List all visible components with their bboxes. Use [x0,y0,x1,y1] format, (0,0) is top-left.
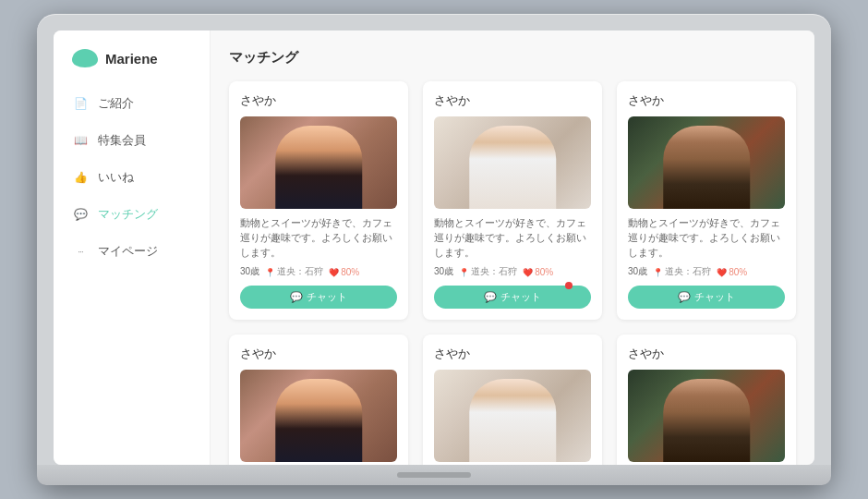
star-icon [72,132,89,149]
chat-btn-icon-2 [484,291,497,303]
profile-meta-3: 30歳 道央：石狩 80% [628,265,785,278]
profile-location-2: 道央：石狩 [459,265,517,278]
sidebar-item-likes[interactable]: いいね [54,160,210,195]
sidebar-label-featured: 特集会員 [98,132,146,149]
profile-card-6: さやか 動物とスイーツが好きで、カフェ巡り [617,335,796,465]
profile-name-3: さやか [628,92,785,109]
doc-icon [72,95,89,112]
laptop-base [37,465,831,485]
profile-location-1: 道央：石狩 [265,265,323,278]
profile-grid: さやか 動物とスイーツが好きで、カフェ巡りが趣味です。よろしくお願いします。 3… [229,81,796,465]
profile-card-5: さやか 動物とスイーツが好きで、カフェ巡り [423,335,602,465]
sidebar-logo: Mariene [54,49,210,86]
profile-match-3: 80% [717,267,747,277]
pin-icon-1 [265,267,275,277]
heart-icon-3 [717,267,727,277]
profile-card-1: さやか 動物とスイーツが好きで、カフェ巡りが趣味です。よろしくお願いします。 3… [229,81,408,320]
profile-age-2: 30歳 [434,265,453,278]
sidebar-label-intro: ご紹介 [98,95,134,112]
profile-photo-1 [240,116,397,209]
profile-location-3: 道央：石狩 [653,265,711,278]
sidebar-nav: ご紹介 特集会員 いいね マッチング マイページ [54,86,210,269]
profile-photo-6 [628,370,785,462]
profile-age-3: 30歳 [628,265,647,278]
heart-icon-1 [329,267,339,277]
profile-name-2: さやか [434,92,591,109]
profile-name-6: さやか [628,346,785,362]
sidebar-label-mypage: マイページ [98,243,158,260]
profile-meta-2: 30歳 道央：石狩 80% [434,265,591,278]
profile-photo-2 [434,116,591,209]
profile-photo-5 [434,370,591,462]
chat-btn-icon-3 [678,291,691,303]
chat-button-1[interactable]: チャット [240,286,397,309]
laptop-notch [397,472,471,478]
profile-age-1: 30歳 [240,265,259,278]
profile-desc-3: 動物とスイーツが好きで、カフェ巡りが趣味です。よろしくお願いします。 [628,216,785,260]
profile-photo-3 [628,116,785,209]
heart-icon-2 [523,267,533,277]
profile-desc-1: 動物とスイーツが好きで、カフェ巡りが趣味です。よろしくお願いします。 [240,216,397,260]
profile-match-2: 80% [523,267,553,277]
profile-card-4: さやか 動物とスイーツが好きで、カフェ巡り [229,335,408,465]
profile-name-5: さやか [434,346,591,362]
pin-icon-2 [459,267,469,277]
sidebar-item-matching[interactable]: マッチング [54,197,210,232]
profile-card-2: さやか 動物とスイーツが好きで、カフェ巡りが趣味です。よろしくお願いします。 3… [423,81,602,320]
notification-badge-2 [565,282,573,289]
sidebar-item-featured[interactable]: 特集会員 [54,123,210,158]
pin-icon-3 [653,267,663,277]
chat-button-3[interactable]: チャット [628,286,785,309]
logo-text: Mariene [105,51,158,67]
profile-meta-1: 30歳 道央：石狩 80% [240,265,397,278]
sidebar-item-intro[interactable]: ご紹介 [54,86,210,121]
laptop-shell: Mariene ご紹介 特集会員 いいね マッチング [37,14,831,485]
dots-icon [72,243,89,260]
chat-btn-icon-1 [290,291,303,303]
main-content: マッチング さやか 動物とスイーツが好きで、カフェ巡りが趣味です。よろしくお願い… [211,30,814,465]
logo-icon [72,49,98,67]
sidebar-label-likes: いいね [98,169,134,186]
profile-match-1: 80% [329,267,359,277]
profile-card-3: さやか 動物とスイーツが好きで、カフェ巡りが趣味です。よろしくお願いします。 3… [617,81,796,320]
profile-name-4: さやか [240,346,397,362]
chat-button-2[interactable]: チャット [434,286,591,309]
sidebar-item-mypage[interactable]: マイページ [54,234,210,269]
chat-icon [72,206,89,223]
profile-name-1: さやか [240,92,397,109]
sidebar: Mariene ご紹介 特集会員 いいね マッチング [54,30,211,465]
laptop-screen: Mariene ご紹介 特集会員 いいね マッチング [54,30,814,465]
thumb-icon [72,169,89,186]
profile-desc-2: 動物とスイーツが好きで、カフェ巡りが趣味です。よろしくお願いします。 [434,216,591,260]
profile-photo-4 [240,370,397,462]
page-title: マッチング [229,49,796,67]
sidebar-label-matching: マッチング [98,206,158,223]
